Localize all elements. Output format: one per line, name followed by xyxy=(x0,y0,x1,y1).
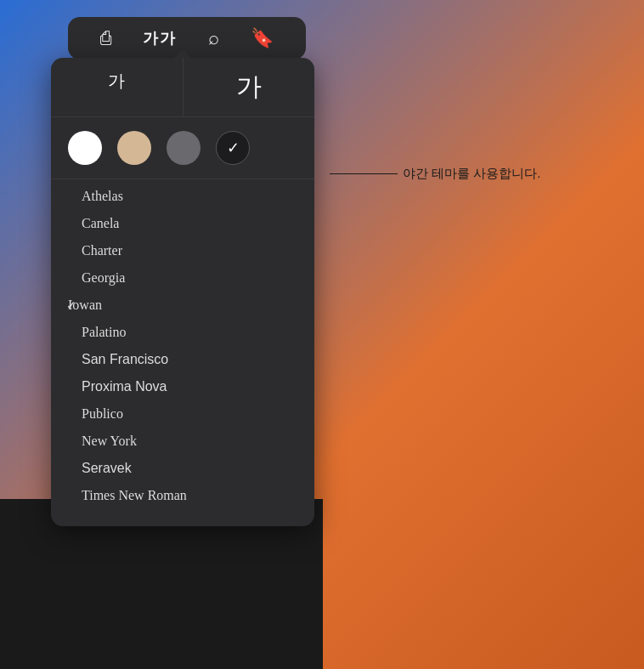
share-icon[interactable]: ⎙ xyxy=(100,27,111,49)
theme-gray-button[interactable] xyxy=(167,131,201,165)
font-item-palatino[interactable]: Palatino xyxy=(51,319,314,346)
font-item-georgia[interactable]: Georgia xyxy=(51,264,314,292)
search-icon[interactable]: ⌕ xyxy=(208,27,219,49)
font-size-row: 가 가 xyxy=(51,58,314,117)
font-item-times-new-roman[interactable]: Times New Roman xyxy=(51,482,314,509)
reading-options-panel: 가 가 Athelas Canela Charter Georgia Iowan… xyxy=(51,58,314,526)
theme-dark-button[interactable] xyxy=(216,131,250,165)
font-item-iowan[interactable]: Iowan xyxy=(51,292,314,319)
font-item-proxima-nova[interactable]: Proxima Nova xyxy=(51,373,314,400)
font-item-canela[interactable]: Canela xyxy=(51,210,314,237)
font-item-athelas[interactable]: Athelas xyxy=(51,183,314,210)
bookmark-icon[interactable]: 🔖 xyxy=(251,27,274,49)
font-size-icon[interactable]: 가가 xyxy=(143,28,177,48)
font-item-seravek[interactable]: Seravek xyxy=(51,455,314,482)
callout-text: 야간 테마를 사용합니다. xyxy=(403,166,541,182)
font-item-new-york[interactable]: New York xyxy=(51,428,314,455)
font-size-large-button[interactable]: 가 xyxy=(184,58,315,116)
font-item-publico[interactable]: Publico xyxy=(51,400,314,428)
callout-line xyxy=(330,173,398,174)
font-list: Athelas Canela Charter Georgia Iowan Pal… xyxy=(51,179,314,513)
theme-row xyxy=(51,117,314,179)
font-item-san-francisco[interactable]: San Francisco xyxy=(51,346,314,373)
font-item-charter[interactable]: Charter xyxy=(51,237,314,264)
callout: 야간 테마를 사용합니다. xyxy=(330,166,541,182)
theme-white-button[interactable] xyxy=(68,131,102,165)
font-size-small-button[interactable]: 가 xyxy=(51,58,184,116)
theme-sepia-button[interactable] xyxy=(117,131,151,165)
